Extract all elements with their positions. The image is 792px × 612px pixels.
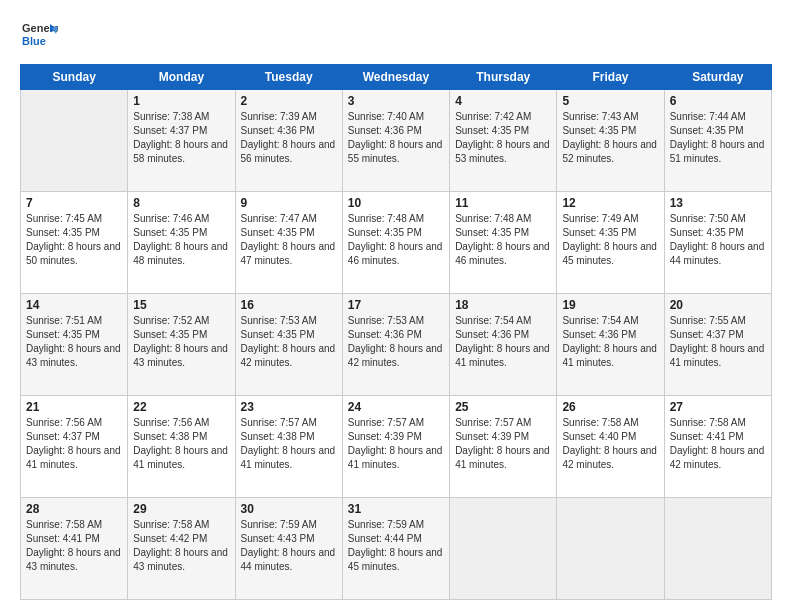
day-number: 13 bbox=[670, 196, 766, 210]
day-number: 14 bbox=[26, 298, 122, 312]
weekday-header-saturday: Saturday bbox=[664, 65, 771, 90]
cell-sun-info: Sunrise: 7:47 AMSunset: 4:35 PMDaylight:… bbox=[241, 212, 337, 268]
cell-sun-info: Sunrise: 7:54 AMSunset: 4:36 PMDaylight:… bbox=[455, 314, 551, 370]
page: General Blue SundayMondayTuesdayWednesda… bbox=[0, 0, 792, 612]
calendar-week-row: 1Sunrise: 7:38 AMSunset: 4:37 PMDaylight… bbox=[21, 90, 772, 192]
day-number: 18 bbox=[455, 298, 551, 312]
weekday-header-tuesday: Tuesday bbox=[235, 65, 342, 90]
cell-sun-info: Sunrise: 7:48 AMSunset: 4:35 PMDaylight:… bbox=[348, 212, 444, 268]
calendar-week-row: 21Sunrise: 7:56 AMSunset: 4:37 PMDayligh… bbox=[21, 396, 772, 498]
day-number: 15 bbox=[133, 298, 229, 312]
day-number: 2 bbox=[241, 94, 337, 108]
calendar-cell: 18Sunrise: 7:54 AMSunset: 4:36 PMDayligh… bbox=[450, 294, 557, 396]
calendar-cell: 3Sunrise: 7:40 AMSunset: 4:36 PMDaylight… bbox=[342, 90, 449, 192]
calendar-cell: 27Sunrise: 7:58 AMSunset: 4:41 PMDayligh… bbox=[664, 396, 771, 498]
weekday-header-monday: Monday bbox=[128, 65, 235, 90]
weekday-header-sunday: Sunday bbox=[21, 65, 128, 90]
day-number: 7 bbox=[26, 196, 122, 210]
day-number: 29 bbox=[133, 502, 229, 516]
day-number: 5 bbox=[562, 94, 658, 108]
cell-sun-info: Sunrise: 7:58 AMSunset: 4:41 PMDaylight:… bbox=[670, 416, 766, 472]
cell-sun-info: Sunrise: 7:38 AMSunset: 4:37 PMDaylight:… bbox=[133, 110, 229, 166]
day-number: 20 bbox=[670, 298, 766, 312]
cell-sun-info: Sunrise: 7:54 AMSunset: 4:36 PMDaylight:… bbox=[562, 314, 658, 370]
day-number: 6 bbox=[670, 94, 766, 108]
calendar-cell: 19Sunrise: 7:54 AMSunset: 4:36 PMDayligh… bbox=[557, 294, 664, 396]
calendar-cell: 8Sunrise: 7:46 AMSunset: 4:35 PMDaylight… bbox=[128, 192, 235, 294]
calendar-cell: 25Sunrise: 7:57 AMSunset: 4:39 PMDayligh… bbox=[450, 396, 557, 498]
day-number: 12 bbox=[562, 196, 658, 210]
calendar-cell: 14Sunrise: 7:51 AMSunset: 4:35 PMDayligh… bbox=[21, 294, 128, 396]
calendar-week-row: 14Sunrise: 7:51 AMSunset: 4:35 PMDayligh… bbox=[21, 294, 772, 396]
day-number: 16 bbox=[241, 298, 337, 312]
calendar-cell: 26Sunrise: 7:58 AMSunset: 4:40 PMDayligh… bbox=[557, 396, 664, 498]
cell-sun-info: Sunrise: 7:53 AMSunset: 4:36 PMDaylight:… bbox=[348, 314, 444, 370]
calendar-cell: 13Sunrise: 7:50 AMSunset: 4:35 PMDayligh… bbox=[664, 192, 771, 294]
cell-sun-info: Sunrise: 7:49 AMSunset: 4:35 PMDaylight:… bbox=[562, 212, 658, 268]
weekday-header-friday: Friday bbox=[557, 65, 664, 90]
day-number: 1 bbox=[133, 94, 229, 108]
day-number: 9 bbox=[241, 196, 337, 210]
cell-sun-info: Sunrise: 7:50 AMSunset: 4:35 PMDaylight:… bbox=[670, 212, 766, 268]
calendar-cell: 29Sunrise: 7:58 AMSunset: 4:42 PMDayligh… bbox=[128, 498, 235, 600]
day-number: 21 bbox=[26, 400, 122, 414]
calendar-cell: 22Sunrise: 7:56 AMSunset: 4:38 PMDayligh… bbox=[128, 396, 235, 498]
calendar-cell: 21Sunrise: 7:56 AMSunset: 4:37 PMDayligh… bbox=[21, 396, 128, 498]
cell-sun-info: Sunrise: 7:58 AMSunset: 4:40 PMDaylight:… bbox=[562, 416, 658, 472]
logo-bird-icon: General Blue bbox=[20, 16, 58, 54]
calendar-cell: 30Sunrise: 7:59 AMSunset: 4:43 PMDayligh… bbox=[235, 498, 342, 600]
calendar-cell bbox=[557, 498, 664, 600]
calendar-cell: 2Sunrise: 7:39 AMSunset: 4:36 PMDaylight… bbox=[235, 90, 342, 192]
calendar-cell: 6Sunrise: 7:44 AMSunset: 4:35 PMDaylight… bbox=[664, 90, 771, 192]
cell-sun-info: Sunrise: 7:45 AMSunset: 4:35 PMDaylight:… bbox=[26, 212, 122, 268]
calendar-cell bbox=[664, 498, 771, 600]
calendar-cell: 23Sunrise: 7:57 AMSunset: 4:38 PMDayligh… bbox=[235, 396, 342, 498]
logo: General Blue bbox=[20, 16, 58, 54]
day-number: 30 bbox=[241, 502, 337, 516]
day-number: 23 bbox=[241, 400, 337, 414]
day-number: 19 bbox=[562, 298, 658, 312]
calendar-cell: 31Sunrise: 7:59 AMSunset: 4:44 PMDayligh… bbox=[342, 498, 449, 600]
day-number: 3 bbox=[348, 94, 444, 108]
day-number: 31 bbox=[348, 502, 444, 516]
calendar-cell: 24Sunrise: 7:57 AMSunset: 4:39 PMDayligh… bbox=[342, 396, 449, 498]
day-number: 22 bbox=[133, 400, 229, 414]
cell-sun-info: Sunrise: 7:58 AMSunset: 4:42 PMDaylight:… bbox=[133, 518, 229, 574]
calendar-week-row: 7Sunrise: 7:45 AMSunset: 4:35 PMDaylight… bbox=[21, 192, 772, 294]
cell-sun-info: Sunrise: 7:57 AMSunset: 4:39 PMDaylight:… bbox=[455, 416, 551, 472]
calendar-cell: 12Sunrise: 7:49 AMSunset: 4:35 PMDayligh… bbox=[557, 192, 664, 294]
calendar-cell: 20Sunrise: 7:55 AMSunset: 4:37 PMDayligh… bbox=[664, 294, 771, 396]
calendar-cell bbox=[450, 498, 557, 600]
calendar-table: SundayMondayTuesdayWednesdayThursdayFrid… bbox=[20, 64, 772, 600]
cell-sun-info: Sunrise: 7:57 AMSunset: 4:39 PMDaylight:… bbox=[348, 416, 444, 472]
cell-sun-info: Sunrise: 7:55 AMSunset: 4:37 PMDaylight:… bbox=[670, 314, 766, 370]
day-number: 8 bbox=[133, 196, 229, 210]
cell-sun-info: Sunrise: 7:42 AMSunset: 4:35 PMDaylight:… bbox=[455, 110, 551, 166]
cell-sun-info: Sunrise: 7:56 AMSunset: 4:38 PMDaylight:… bbox=[133, 416, 229, 472]
calendar-cell: 28Sunrise: 7:58 AMSunset: 4:41 PMDayligh… bbox=[21, 498, 128, 600]
calendar-cell: 15Sunrise: 7:52 AMSunset: 4:35 PMDayligh… bbox=[128, 294, 235, 396]
cell-sun-info: Sunrise: 7:46 AMSunset: 4:35 PMDaylight:… bbox=[133, 212, 229, 268]
cell-sun-info: Sunrise: 7:52 AMSunset: 4:35 PMDaylight:… bbox=[133, 314, 229, 370]
cell-sun-info: Sunrise: 7:53 AMSunset: 4:35 PMDaylight:… bbox=[241, 314, 337, 370]
cell-sun-info: Sunrise: 7:58 AMSunset: 4:41 PMDaylight:… bbox=[26, 518, 122, 574]
weekday-header-row: SundayMondayTuesdayWednesdayThursdayFrid… bbox=[21, 65, 772, 90]
cell-sun-info: Sunrise: 7:59 AMSunset: 4:43 PMDaylight:… bbox=[241, 518, 337, 574]
calendar-cell: 11Sunrise: 7:48 AMSunset: 4:35 PMDayligh… bbox=[450, 192, 557, 294]
day-number: 10 bbox=[348, 196, 444, 210]
day-number: 24 bbox=[348, 400, 444, 414]
day-number: 17 bbox=[348, 298, 444, 312]
day-number: 4 bbox=[455, 94, 551, 108]
day-number: 11 bbox=[455, 196, 551, 210]
weekday-header-thursday: Thursday bbox=[450, 65, 557, 90]
calendar-cell: 4Sunrise: 7:42 AMSunset: 4:35 PMDaylight… bbox=[450, 90, 557, 192]
cell-sun-info: Sunrise: 7:44 AMSunset: 4:35 PMDaylight:… bbox=[670, 110, 766, 166]
calendar-cell: 5Sunrise: 7:43 AMSunset: 4:35 PMDaylight… bbox=[557, 90, 664, 192]
calendar-cell: 10Sunrise: 7:48 AMSunset: 4:35 PMDayligh… bbox=[342, 192, 449, 294]
calendar-cell bbox=[21, 90, 128, 192]
cell-sun-info: Sunrise: 7:48 AMSunset: 4:35 PMDaylight:… bbox=[455, 212, 551, 268]
calendar-cell: 17Sunrise: 7:53 AMSunset: 4:36 PMDayligh… bbox=[342, 294, 449, 396]
cell-sun-info: Sunrise: 7:39 AMSunset: 4:36 PMDaylight:… bbox=[241, 110, 337, 166]
cell-sun-info: Sunrise: 7:56 AMSunset: 4:37 PMDaylight:… bbox=[26, 416, 122, 472]
svg-text:Blue: Blue bbox=[22, 35, 46, 47]
